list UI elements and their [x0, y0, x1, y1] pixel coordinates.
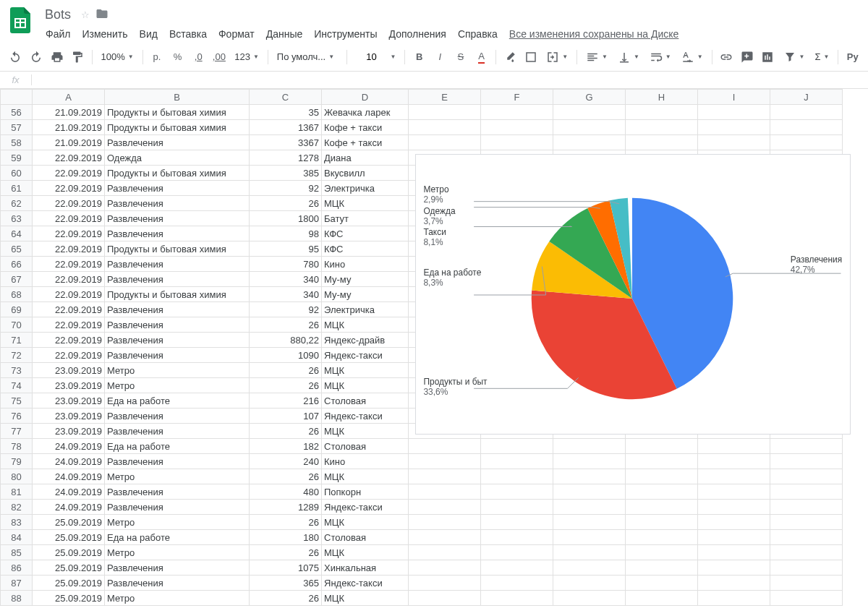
col-header-J[interactable]: J [770, 90, 843, 105]
cell[interactable]: 22.09.2019 [33, 166, 105, 181]
cell[interactable]: 22.09.2019 [33, 333, 105, 348]
cell[interactable]: Метро [105, 363, 250, 378]
decrease-decimal-button[interactable]: ,0 [189, 47, 208, 67]
cell[interactable] [770, 515, 843, 530]
cell[interactable]: МЦК [322, 591, 409, 606]
col-header-A[interactable]: A [33, 90, 105, 105]
cell[interactable] [409, 469, 481, 484]
cell[interactable]: 240 [250, 454, 322, 469]
strikethrough-icon[interactable]: S [451, 47, 471, 67]
menu-tools[interactable]: Инструменты [309, 25, 382, 43]
cell[interactable]: Развлечения [105, 211, 250, 226]
cell[interactable]: Развлечения [105, 333, 250, 348]
cell[interactable] [770, 576, 843, 591]
cell[interactable] [770, 439, 843, 454]
cell[interactable] [626, 484, 698, 500]
cell[interactable] [626, 560, 698, 576]
cell[interactable] [409, 484, 481, 500]
doc-title[interactable]: Bots [41, 6, 75, 24]
cell[interactable] [481, 105, 553, 120]
cell[interactable]: МЦК [322, 196, 409, 211]
cell[interactable]: 26 [250, 469, 322, 484]
cell[interactable]: Развлечения [105, 226, 250, 241]
cell[interactable]: 26 [250, 317, 322, 333]
cell[interactable]: 25.09.2019 [33, 530, 105, 545]
cell[interactable]: 180 [250, 530, 322, 545]
save-status[interactable]: Все изменения сохранены на Диске [504, 25, 684, 43]
cell[interactable]: Яндекс-такси [322, 500, 409, 515]
cell[interactable]: 22.09.2019 [33, 287, 105, 302]
cell[interactable]: Вкусвилл [322, 166, 409, 181]
cell[interactable] [770, 530, 843, 545]
menu-insert[interactable]: Вставка [164, 25, 212, 43]
row-header[interactable]: 80 [1, 469, 33, 484]
row-header[interactable]: 59 [1, 150, 33, 166]
cell[interactable]: МЦК [322, 515, 409, 530]
cell[interactable] [626, 135, 698, 150]
cell[interactable] [698, 560, 770, 576]
italic-icon[interactable]: I [430, 47, 450, 67]
cell[interactable]: Му-му [322, 287, 409, 302]
cell[interactable]: Еда на работе [105, 393, 250, 408]
cell[interactable]: Электричка [322, 181, 409, 196]
cell[interactable] [481, 439, 553, 454]
row-header[interactable]: 75 [1, 393, 33, 408]
col-header-C[interactable]: C [250, 90, 322, 105]
cell[interactable] [698, 135, 770, 150]
cell[interactable]: 340 [250, 287, 322, 302]
cell[interactable]: МЦК [322, 545, 409, 560]
cell[interactable]: Продукты и бытовая химия [105, 241, 250, 257]
cell[interactable]: 24.09.2019 [33, 500, 105, 515]
cell[interactable]: 35 [250, 105, 322, 120]
menu-file[interactable]: Файл [41, 25, 75, 43]
insert-chart-icon[interactable] [758, 47, 778, 67]
ruble-icon[interactable]: Ру [843, 47, 862, 67]
cell[interactable]: 92 [250, 302, 322, 317]
cell[interactable]: 3367 [250, 135, 322, 150]
cell[interactable]: 26 [250, 515, 322, 530]
cell[interactable]: 24.09.2019 [33, 469, 105, 484]
row-header[interactable]: 87 [1, 576, 33, 591]
cell[interactable] [770, 560, 843, 576]
cell[interactable] [409, 576, 481, 591]
cell[interactable] [481, 120, 553, 135]
percent-button[interactable]: % [168, 47, 187, 67]
cell[interactable] [553, 500, 626, 515]
cell[interactable] [698, 120, 770, 135]
cell[interactable]: Столовая [322, 439, 409, 454]
redo-icon[interactable] [27, 47, 46, 67]
cell[interactable]: 92 [250, 181, 322, 196]
row-header[interactable]: 63 [1, 211, 33, 226]
cell[interactable]: Развлечения [105, 317, 250, 333]
cell[interactable]: 25.09.2019 [33, 515, 105, 530]
cell[interactable] [481, 576, 553, 591]
cell[interactable] [770, 135, 843, 150]
cell[interactable]: 22.09.2019 [33, 150, 105, 166]
cell[interactable] [409, 439, 481, 454]
row-header[interactable]: 76 [1, 408, 33, 424]
cell[interactable]: 22.09.2019 [33, 302, 105, 317]
cell[interactable] [481, 530, 553, 545]
cell[interactable]: Попкорн [322, 484, 409, 500]
cell[interactable]: 21.09.2019 [33, 135, 105, 150]
cell[interactable]: Яндекс-такси [322, 348, 409, 363]
col-header-F[interactable]: F [481, 90, 553, 105]
row-header[interactable]: 77 [1, 424, 33, 439]
cell[interactable]: 26 [250, 378, 322, 393]
font-size-select[interactable]: ▼ [351, 47, 400, 67]
cell[interactable] [626, 591, 698, 606]
cell[interactable] [553, 560, 626, 576]
cell[interactable]: КФС [322, 241, 409, 257]
cell[interactable] [626, 454, 698, 469]
cell[interactable]: 21.09.2019 [33, 105, 105, 120]
number-format-select[interactable]: 123▼ [230, 47, 263, 67]
cell[interactable]: Продукты и бытовая химия [105, 105, 250, 120]
row-header[interactable]: 69 [1, 302, 33, 317]
cell[interactable]: 22.09.2019 [33, 317, 105, 333]
cell[interactable]: Продукты и бытовая химия [105, 166, 250, 181]
cell[interactable]: Развлечения [105, 257, 250, 272]
bold-icon[interactable]: B [409, 47, 429, 67]
menu-edit[interactable]: Изменить [77, 25, 132, 43]
paint-format-icon[interactable] [68, 47, 88, 67]
cell[interactable] [553, 454, 626, 469]
